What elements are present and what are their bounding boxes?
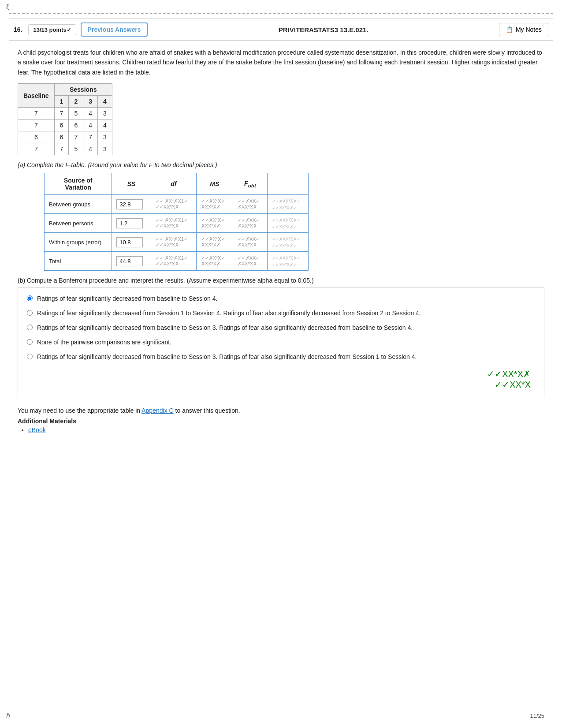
- my-notes-button[interactable]: 📋 My Notes: [499, 23, 548, 36]
- ftable-ms: ✓✓✗X*X✓✗XX*X✗: [196, 214, 233, 233]
- source-col-header: Source ofVariation: [45, 173, 112, 195]
- my-notes-label: My Notes: [516, 26, 542, 33]
- radio-input-2[interactable]: [27, 310, 33, 316]
- question-header: 16. 13/13 points✓ Previous Answers PRIVI…: [9, 19, 553, 41]
- ftable-ss[interactable]: [112, 233, 151, 252]
- ftable-ss[interactable]: [112, 252, 151, 271]
- df-marks: ✓✓ ✗X*✗X1✓✓✓XX*X✗: [156, 236, 188, 248]
- fobt-marks: ✓✓✗XX✓✗XX*X✗: [238, 236, 260, 248]
- fobt-marks: ✓✓✗XX✓✗XX*X✗: [238, 255, 260, 267]
- ss-col-header: SS: [112, 173, 151, 195]
- radio-label-2: Ratings of fear significantly decreased …: [37, 309, 421, 318]
- table-cell: 5: [69, 108, 83, 119]
- notes-icon: 📋: [506, 26, 513, 33]
- table-cell: 3: [97, 131, 112, 143]
- ms-marks: ✓✓✗X*X✓✗XX*X✗: [201, 236, 225, 248]
- bottom-symbol: ℏ: [6, 712, 10, 719]
- f-table-wrapper: Source ofVariation SS df MS Fobt Between…: [44, 173, 544, 271]
- table-cell: 7: [83, 131, 98, 143]
- fobt-marks: ✓✓✗XX✓✗XX*X✗: [238, 198, 260, 210]
- table-cell: 7: [18, 143, 55, 155]
- top-symbol: ξ: [6, 4, 9, 11]
- ss-input-3[interactable]: [116, 256, 143, 266]
- ftable-ms: ✓✓✗X*X✓✗XX*X✗: [196, 233, 233, 252]
- ftable-fobt: ✓✓✗XX✓✗XX*X✗: [233, 252, 267, 271]
- ss-input-0[interactable]: [116, 199, 143, 209]
- question-id: PRIVITERASTATS3 13.E.021.: [152, 26, 494, 34]
- correct-marks: ✓✓XX*X✗✓✓XX*X: [487, 369, 531, 389]
- radio-input-4[interactable]: [27, 339, 33, 345]
- df-col-header: df: [151, 173, 196, 195]
- problem-text: A child psychologist treats four childre…: [18, 48, 544, 77]
- radio-input-3[interactable]: [27, 325, 33, 330]
- table-cell: 7: [54, 108, 69, 119]
- radio-label-1: Ratings of fear significantly decreased …: [37, 294, 217, 303]
- radio-option-2[interactable]: Ratings of fear significantly decreased …: [27, 309, 535, 318]
- data-table: Baseline Sessions 1 2 3 4 77543766446677…: [18, 83, 112, 155]
- radio-option-3[interactable]: Ratings of fear significantly decreased …: [27, 323, 535, 332]
- part-b-instruction: (b) Compute a Bonferroni procedure and i…: [18, 277, 544, 284]
- ms-marks: ✓✓✗X*X✓✗XX*X✗: [201, 255, 225, 267]
- ftable-ss[interactable]: [112, 195, 151, 214]
- df-marks: ✓✓ ✗X*✗X1✓✓✓XX*X✗: [156, 198, 188, 210]
- radio-option-1[interactable]: Ratings of fear significantly decreased …: [27, 294, 535, 303]
- ftable-ms: ✓✓✗X*X✓✗XX*X✗: [196, 252, 233, 271]
- ftable-extra: ✓✓✗XX*X✗✓✓✓XX*X✗✓: [268, 195, 309, 214]
- table-cell: 5: [69, 143, 83, 155]
- ftable-df: ✓✓ ✗X*✗X1✓✓✓XX*X✗: [151, 252, 196, 271]
- radio-input-1[interactable]: [27, 295, 33, 301]
- ebook-link[interactable]: eBook: [28, 426, 46, 433]
- sessions-header: Sessions: [54, 84, 112, 96]
- ftable-source: Within groups (error): [45, 233, 112, 252]
- footer-note-pre: You may need to use the appropriate tabl…: [18, 407, 141, 414]
- marks-area: ✓✓XX*X✗✓✓XX*X: [27, 367, 535, 392]
- ftable-ss[interactable]: [112, 214, 151, 233]
- ftable-extra: ✓✓✗XX*X✗✓✓✓XX*X✗✓: [268, 252, 309, 271]
- fobt-col-header: Fobt: [233, 173, 267, 195]
- ss-input-1[interactable]: [116, 218, 143, 228]
- footer-note: You may need to use the appropriate tabl…: [18, 407, 544, 414]
- ms-marks: ✓✓✗X*X✓✗XX*X✗: [201, 217, 225, 229]
- ss-input-2[interactable]: [116, 237, 143, 247]
- table-cell: 4: [83, 143, 98, 155]
- table-cell: 4: [83, 108, 98, 119]
- question-number: 16.: [14, 26, 22, 33]
- session3-header: 3: [83, 96, 98, 108]
- radio-option-5[interactable]: Ratings of fear significantly decreased …: [27, 352, 535, 362]
- radio-label-3: Ratings of fear significantly decreased …: [37, 323, 413, 332]
- table-cell: 3: [97, 143, 112, 155]
- appendix-link[interactable]: Appendix C: [141, 407, 173, 414]
- ftable-fobt: ✓✓✗XX✓✗XX*X✗: [233, 233, 267, 252]
- df-marks: ✓✓ ✗X*✗X1✓✓✓XX*X✗: [156, 217, 188, 229]
- session4-header: 4: [97, 96, 112, 108]
- baseline-header: Baseline: [18, 84, 55, 108]
- session2-header: 2: [69, 96, 83, 108]
- table-cell: 4: [97, 119, 112, 131]
- part-a-instruction: (a) Complete the F-table. (Round your va…: [18, 161, 544, 168]
- radio-label-4: None of the pairwise comparisons are sig…: [37, 338, 171, 347]
- fobt-marks: ✓✓✗XX✓✗XX*X✗: [238, 217, 260, 229]
- f-table: Source ofVariation SS df MS Fobt Between…: [44, 173, 309, 271]
- table-cell: 3: [97, 108, 112, 119]
- ftable-df: ✓✓ ✗X*✗X1✓✓✓XX*X✗: [151, 214, 196, 233]
- ftable-extra: ✓✓✗XX*X✗✓✓✓XX*X✗✓: [268, 233, 309, 252]
- section-divider: [9, 13, 553, 14]
- ftable-fobt: ✓✓✗XX✓✗XX*X✗: [233, 195, 267, 214]
- radio-input-5[interactable]: [27, 354, 33, 359]
- df-marks: ✓✓ ✗X*✗X1✓✓✓XX*X✗: [156, 255, 188, 267]
- previous-answers-button[interactable]: Previous Answers: [81, 22, 148, 37]
- ftable-source: Between groups: [45, 195, 112, 214]
- points-badge[interactable]: 13/13 points✓: [28, 24, 76, 35]
- table-cell: 6: [54, 119, 69, 131]
- extra-col-header: [268, 173, 309, 195]
- answer-options: Ratings of fear significantly decreased …: [18, 287, 544, 398]
- page-number: 11/25: [530, 713, 544, 719]
- footer-note-post: to answer this question.: [175, 407, 240, 414]
- ms-col-header: MS: [196, 173, 233, 195]
- table-cell: 6: [18, 131, 55, 143]
- ftable-df: ✓✓ ✗X*✗X1✓✓✓XX*X✗: [151, 233, 196, 252]
- ms-marks: ✓✓✗X*X✓✗XX*X✗: [201, 198, 225, 210]
- radio-option-4[interactable]: None of the pairwise comparisons are sig…: [27, 338, 535, 347]
- table-cell: 7: [69, 131, 83, 143]
- ftable-fobt: ✓✓✗XX✓✗XX*X✗: [233, 214, 267, 233]
